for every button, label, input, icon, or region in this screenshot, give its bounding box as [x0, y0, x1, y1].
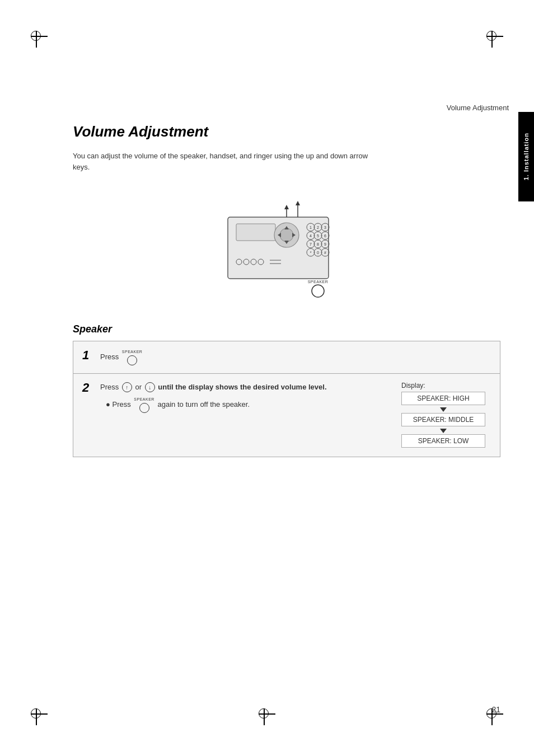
svg-marker-41 — [296, 201, 300, 205]
svg-text:4: 4 — [310, 234, 312, 238]
svg-text:6: 6 — [324, 234, 326, 238]
step-2-content: Press ↑ or ↓ until the display shows the… — [100, 382, 491, 449]
svg-text:#: # — [324, 251, 326, 255]
page-title: Volume Adjustment — [73, 123, 500, 140]
svg-rect-1 — [236, 224, 275, 241]
page-header: Volume Adjustment — [447, 104, 509, 112]
step-1-number: 1 — [82, 349, 95, 361]
phone-image: 1 2 3 4 5 6 7 8 9 * — [194, 189, 379, 307]
reg-mark-top-right — [486, 31, 503, 48]
steps-container: 1 Press SPEAKER 2 Press — [73, 341, 500, 457]
step-1-text: Press SPEAKER — [100, 353, 143, 361]
step-2-with-display: Press ↑ or ↓ until the display shows the… — [100, 382, 491, 449]
section-tab: 1. Installation — [518, 112, 534, 201]
step-1-content: Press SPEAKER — [100, 349, 491, 365]
svg-text:2: 2 — [317, 226, 319, 229]
reg-mark-top-left — [31, 31, 48, 48]
step-2-display-area: Display: SPEAKER: HIGH SPEAKER: MIDDLE S… — [401, 382, 491, 449]
svg-text:7: 7 — [310, 242, 312, 246]
svg-marker-39 — [284, 205, 289, 209]
speaker-button-icon-2: SPEAKER — [134, 397, 154, 413]
step-2-left: Press ↑ or ↓ until the display shows the… — [100, 382, 390, 413]
phone-diagram: 1 2 3 4 5 6 7 8 9 * — [73, 189, 500, 307]
step-2-main-text: Press ↑ or ↓ until the display shows the… — [100, 382, 390, 393]
arrow-down-display-icon — [440, 407, 447, 412]
arrow-down-display-icon-2 — [440, 429, 447, 433]
description-text: You can adjust the volume of the speaker… — [73, 151, 386, 172]
main-content: Volume Adjustment You can adjust the vol… — [73, 123, 500, 457]
display-label: Display: — [401, 382, 425, 389]
step-2-bullet: ● Press SPEAKER again to turn off the sp… — [100, 397, 390, 413]
svg-text:0: 0 — [317, 251, 319, 255]
tab-label: 1. Installation — [523, 133, 530, 180]
svg-text:SPEAKER: SPEAKER — [308, 280, 329, 284]
step-2-number: 2 — [82, 382, 95, 394]
reg-mark-bottom-mid — [259, 708, 275, 725]
svg-text:1: 1 — [310, 226, 312, 229]
svg-text:*: * — [310, 251, 312, 255]
arrow-up-icon: ↑ — [122, 382, 132, 392]
display-column: SPEAKER: HIGH SPEAKER: MIDDLE SPEAKER: L… — [401, 392, 485, 449]
step-1: 1 Press SPEAKER — [73, 341, 500, 374]
header-title: Volume Adjustment — [447, 104, 509, 112]
step-2: 2 Press ↑ or ↓ until the display shows t… — [73, 374, 500, 457]
display-low: SPEAKER: LOW — [401, 434, 485, 448]
svg-text:9: 9 — [324, 242, 326, 246]
display-middle: SPEAKER: MIDDLE — [401, 413, 485, 426]
display-high: SPEAKER: HIGH — [401, 392, 485, 405]
arrow-down-icon: ↓ — [145, 382, 155, 392]
svg-text:3: 3 — [324, 226, 326, 229]
page-number: 21 — [491, 705, 500, 714]
svg-point-3 — [280, 228, 293, 242]
speaker-button-icon-1: SPEAKER — [122, 349, 143, 365]
svg-text:8: 8 — [317, 242, 319, 246]
reg-mark-bottom-left — [31, 708, 48, 725]
svg-point-43 — [312, 285, 324, 297]
section-title: Speaker — [73, 323, 500, 335]
svg-text:5: 5 — [317, 234, 319, 238]
